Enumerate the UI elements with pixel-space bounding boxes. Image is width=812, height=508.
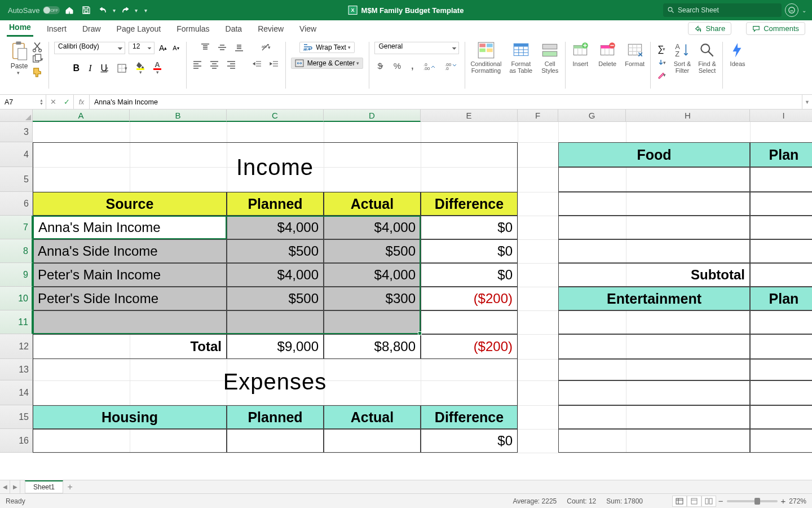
side-ent-plan-16[interactable] xyxy=(750,429,812,453)
income-blank-p[interactable] xyxy=(227,310,324,334)
side-ent-row-15[interactable] xyxy=(558,405,750,429)
user-menu-chevron[interactable]: ⌄ xyxy=(802,7,806,14)
income-planned-2[interactable]: $4,000 xyxy=(227,263,324,287)
name-box[interactable]: A7 ▲▼ xyxy=(0,95,46,109)
redo-chevron[interactable]: ▾ xyxy=(135,7,138,14)
tab-review[interactable]: Review xyxy=(255,22,286,37)
header-source[interactable]: Source xyxy=(33,192,227,216)
header-exp-diff[interactable]: Difference xyxy=(421,405,518,429)
side-food-plan-8[interactable] xyxy=(750,239,812,263)
income-actual-0[interactable]: $4,000 xyxy=(324,216,421,239)
format-as-table-button[interactable]: Format as Table xyxy=(509,41,532,74)
save-icon[interactable] xyxy=(80,4,92,16)
autosave-toggle[interactable]: AutoSave OFF xyxy=(8,6,60,15)
decrease-decimal-icon[interactable]: .00.0 xyxy=(444,61,457,71)
share-button[interactable]: Share xyxy=(688,22,731,35)
currency-icon[interactable]: $▾ xyxy=(376,60,384,72)
row-header-8[interactable]: 8 xyxy=(0,239,33,263)
side-ent-plan-11[interactable] xyxy=(750,310,812,334)
col-header-H[interactable]: H xyxy=(626,110,750,122)
decrease-indent-icon[interactable] xyxy=(251,59,263,70)
row-header-9[interactable]: 9 xyxy=(0,263,33,287)
align-left-icon[interactable] xyxy=(192,59,203,70)
user-avatar[interactable] xyxy=(785,3,798,17)
header-actual[interactable]: Actual xyxy=(324,192,421,216)
income-src-2[interactable]: Peter's Main Income xyxy=(33,263,227,287)
sheet-nav-prev-icon[interactable]: ◀ xyxy=(0,480,10,493)
income-total-planned[interactable]: $9,000 xyxy=(227,334,324,359)
exp-row1-a[interactable] xyxy=(324,429,421,453)
income-blank-d[interactable] xyxy=(421,310,518,334)
qat-customize-icon[interactable]: ▾ xyxy=(144,7,147,14)
exp-row1-p[interactable] xyxy=(227,429,324,453)
redo-icon[interactable] xyxy=(119,4,131,16)
align-center-icon[interactable] xyxy=(209,59,220,70)
conditional-formatting-button[interactable]: Conditional Formatting xyxy=(470,41,501,74)
sheet-nav-next-icon[interactable]: ▶ xyxy=(10,480,20,493)
tab-insert[interactable]: Insert xyxy=(45,22,69,37)
zoom-level[interactable]: 272% xyxy=(789,497,806,505)
increase-decimal-icon[interactable]: .0.00 xyxy=(422,61,436,71)
side-ent-row-14[interactable] xyxy=(558,380,750,405)
income-diff-3[interactable]: ($200) xyxy=(421,287,518,310)
side-ent-row-12[interactable] xyxy=(558,334,750,359)
tab-home[interactable]: Home xyxy=(7,20,33,37)
active-cell[interactable]: Anna's Main Income xyxy=(33,216,227,239)
tab-page-layout[interactable]: Page Layout xyxy=(114,22,164,37)
home-icon[interactable] xyxy=(63,4,76,16)
row-header-10[interactable]: 10 xyxy=(0,287,33,310)
side-food-plan-5[interactable] xyxy=(750,167,812,192)
border-button[interactable]: ▾ xyxy=(116,63,129,74)
font-size-select[interactable]: 12 xyxy=(129,42,155,54)
row-header-15[interactable]: 15 xyxy=(0,405,33,429)
increase-indent-icon[interactable] xyxy=(268,59,280,70)
side-subtotal-val[interactable] xyxy=(750,263,812,287)
side-ent-plan-12[interactable] xyxy=(750,334,812,359)
side-ent-plan-13[interactable] xyxy=(750,359,812,380)
row-header-14[interactable]: 14 xyxy=(0,380,33,405)
side-food-row-6[interactable] xyxy=(558,192,750,216)
merge-center-button[interactable]: Merge & Center▾ xyxy=(291,58,364,69)
format-painter-icon[interactable] xyxy=(32,67,43,77)
undo-chevron[interactable]: ▾ xyxy=(113,7,116,14)
side-ent-row-16[interactable] xyxy=(558,429,750,453)
row-header-16[interactable]: 16 xyxy=(0,429,33,453)
font-color-button[interactable]: A▾ xyxy=(152,60,162,76)
align-middle-icon[interactable] xyxy=(217,42,228,53)
row-header-12[interactable]: 12 xyxy=(0,334,33,359)
side-food-row-7[interactable] xyxy=(558,216,750,239)
sheet-tab[interactable]: Sheet1 xyxy=(25,480,63,493)
fill-icon[interactable]: ▾ xyxy=(656,58,667,68)
orientation-icon[interactable]: ab▾ xyxy=(259,42,272,53)
formula-expand-icon[interactable]: ▼ xyxy=(802,95,812,109)
income-planned-3[interactable]: $500 xyxy=(227,287,324,310)
select-all-corner[interactable] xyxy=(0,110,33,122)
row-header-6[interactable]: 6 xyxy=(0,192,33,216)
side-subtotal[interactable]: Subtotal xyxy=(558,263,750,287)
insert-cells-button[interactable]: Insert xyxy=(571,41,590,68)
exp-row1-d[interactable]: $0 xyxy=(421,429,518,453)
income-src-1[interactable]: Anna's Side Income xyxy=(33,239,227,263)
bold-button[interactable]: B xyxy=(72,62,81,75)
side-ent-row-13[interactable] xyxy=(558,359,750,380)
income-blank-src[interactable] xyxy=(33,310,227,334)
income-total-actual[interactable]: $8,800 xyxy=(324,334,421,359)
italic-button[interactable]: I xyxy=(87,62,92,75)
zoom-in-button[interactable]: + xyxy=(781,496,786,506)
side-food-plan-7[interactable] xyxy=(750,216,812,239)
find-select-button[interactable]: Find & Select xyxy=(698,41,717,80)
side-header-entertainment[interactable]: Entertainment xyxy=(558,287,750,310)
row-header-7[interactable]: 7 xyxy=(0,216,33,239)
view-page-break-icon[interactable] xyxy=(701,496,716,507)
format-cells-button[interactable]: Format xyxy=(625,41,645,68)
expenses-title[interactable]: Expenses xyxy=(33,359,518,405)
exp-row1-src[interactable] xyxy=(33,429,227,453)
spreadsheet-grid[interactable]: ABCDEFGHI 345678910111213141516 IncomeSo… xyxy=(0,110,812,463)
income-blank-a[interactable] xyxy=(324,310,421,334)
formula-input[interactable]: Anna's Main Income xyxy=(90,95,802,109)
view-normal-icon[interactable] xyxy=(672,496,687,507)
row-header-11[interactable]: 11 xyxy=(0,310,33,334)
side-header-plan[interactable]: Plan xyxy=(750,142,812,167)
side-header-food[interactable]: Food xyxy=(558,142,750,167)
paste-button[interactable]: Paste ▾ xyxy=(9,40,29,76)
